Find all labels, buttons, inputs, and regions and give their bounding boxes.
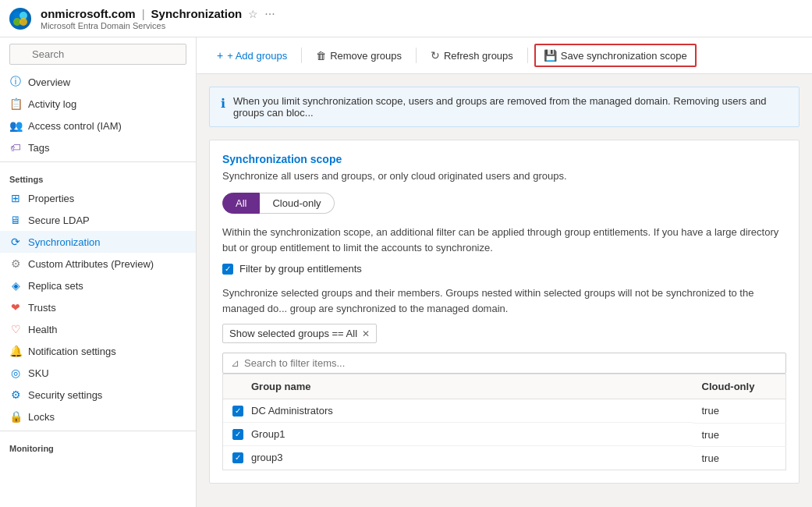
search-input[interactable]	[9, 44, 186, 65]
group-name-cell: ✓ group3	[223, 446, 693, 469]
properties-icon: ⊞	[9, 192, 22, 204]
refresh-groups-label: Refresh groups	[444, 50, 513, 62]
sidebar-label-access-control: Access control (IAM)	[28, 120, 122, 132]
topbar: onmicrosoft.com | Synchronization ☆ ··· …	[0, 0, 812, 37]
app-subtitle: Microsoft Entra Domain Services	[41, 21, 275, 30]
col-group-name: Group name	[223, 374, 693, 399]
sidebar-item-security-settings[interactable]: ⚙ Security settings	[0, 384, 196, 406]
groups-search-bar: ⊿	[222, 353, 786, 374]
sidebar-label-sku: SKU	[28, 367, 49, 379]
group-name-cell: ✓ Group1	[223, 423, 693, 446]
sidebar-sep-2	[0, 431, 196, 431]
refresh-groups-button[interactable]: ↻ Refresh groups	[423, 45, 521, 66]
table-row: ✓ DC Administrators true	[223, 399, 786, 424]
remove-groups-button[interactable]: 🗑 Remove groups	[308, 46, 410, 66]
star-icon[interactable]: ☆	[248, 8, 258, 20]
add-groups-label: + Add groups	[227, 50, 287, 62]
action-bar-sep-3	[527, 48, 528, 63]
sidebar-label-activity-log: Activity log	[28, 98, 76, 110]
filter-checkbox-label: Filter by group entitlements	[239, 263, 362, 275]
sidebar-label-properties: Properties	[28, 193, 74, 204]
info-banner-icon: ℹ	[221, 96, 225, 111]
sidebar-item-access-control[interactable]: 👥 Access control (IAM)	[0, 115, 196, 136]
save-scope-label: Save synchronization scope	[561, 50, 687, 62]
filter-checkbox[interactable]: ✓	[222, 264, 233, 275]
scope-toggle-group: All Cloud-only	[222, 193, 786, 214]
toggle-cloud-only[interactable]: Cloud-only	[260, 193, 334, 214]
notification-icon: 🔔	[9, 345, 22, 357]
synchronization-icon: ⟳	[9, 236, 22, 248]
group-name: group3	[251, 452, 282, 463]
locks-icon: 🔒	[9, 410, 22, 423]
sidebar-item-sku[interactable]: ◎ SKU	[0, 362, 196, 384]
row-checkbox[interactable]: ✓	[232, 452, 243, 463]
info-banner: ℹ When you limit synchronization scope, …	[209, 87, 800, 127]
custom-attributes-icon: ⚙	[9, 257, 22, 270]
sidebar-item-replica-sets[interactable]: ◈ Replica sets	[0, 275, 196, 296]
sidebar-label-custom-attributes: Custom Attributes (Preview)	[28, 258, 154, 270]
groups-search-input[interactable]	[244, 357, 778, 369]
toggle-all[interactable]: All	[222, 193, 260, 214]
sidebar-item-tags[interactable]: 🏷 Tags	[0, 136, 196, 158]
row-checkbox[interactable]: ✓	[232, 406, 243, 417]
sync-scope-desc: Synchronize all users and groups, or onl…	[222, 170, 786, 182]
refresh-icon: ↻	[431, 49, 440, 62]
group-name: DC Administrators	[251, 405, 333, 417]
row-checkbox[interactable]: ✓	[232, 429, 243, 440]
access-control-icon: 👥	[9, 119, 22, 132]
sidebar-item-custom-attributes[interactable]: ⚙ Custom Attributes (Preview)	[0, 253, 196, 275]
sidebar-label-notification-settings: Notification settings	[28, 346, 116, 357]
remove-groups-label: Remove groups	[330, 50, 402, 62]
security-icon: ⚙	[9, 388, 22, 401]
sidebar-label-secure-ldap: Secure LDAP	[28, 214, 90, 226]
overview-icon: ⓘ	[9, 76, 22, 88]
sidebar: 🔍 ⓘ Overview 📋 Activity log 👥 Access con…	[0, 37, 197, 507]
toggle-all-label: All	[236, 197, 246, 209]
more-icon[interactable]: ···	[264, 7, 275, 21]
sidebar-item-activity-log[interactable]: 📋 Activity log	[0, 93, 196, 115]
sidebar-label-tags: Tags	[28, 142, 49, 154]
content-area: ℹ When you limit synchronization scope, …	[197, 74, 812, 507]
sidebar-item-synchronization[interactable]: ⟳ Synchronization	[0, 231, 196, 253]
remove-icon: 🗑	[316, 50, 326, 62]
sidebar-label-health: Health	[28, 324, 58, 335]
filter-description: Within the synchronization scope, an add…	[222, 225, 786, 255]
filter-tag-text: Show selected groups == All	[229, 328, 357, 339]
sidebar-item-properties[interactable]: ⊞ Properties	[0, 187, 196, 209]
sidebar-label-locks: Locks	[28, 411, 55, 423]
sidebar-item-trusts[interactable]: ❤ Trusts	[0, 296, 196, 318]
action-bar: + + Add groups 🗑 Remove groups ↻ Refresh…	[197, 37, 812, 74]
filter-checkbox-row: ✓ Filter by group entitlements	[222, 263, 786, 275]
trusts-icon: ❤	[9, 301, 22, 314]
cloud-only-cell: true	[693, 446, 786, 470]
health-icon: ♡	[9, 323, 22, 335]
sidebar-label-replica-sets: Replica sets	[28, 280, 83, 292]
sidebar-item-secure-ldap[interactable]: 🖥 Secure LDAP	[0, 209, 196, 231]
add-groups-button[interactable]: + + Add groups	[209, 45, 295, 66]
add-icon: +	[217, 49, 223, 62]
save-sync-scope-button[interactable]: 💾 Save synchronization scope	[534, 44, 697, 67]
groups-table: Group name Cloud-only ✓ DC Administrator…	[222, 374, 786, 470]
sidebar-label-synchronization: Synchronization	[28, 236, 101, 248]
sidebar-item-locks[interactable]: 🔒 Locks	[0, 406, 196, 427]
filter-tag-close[interactable]: ✕	[362, 328, 370, 339]
sync-scope-title: Synchronization scope	[222, 153, 786, 165]
sidebar-item-notification-settings[interactable]: 🔔 Notification settings	[0, 340, 196, 362]
info-banner-text: When you limit synchronization scope, us…	[233, 95, 788, 119]
sidebar-item-health[interactable]: ♡ Health	[0, 318, 196, 340]
groups-description: Synchronize selected groups and their me…	[222, 285, 786, 316]
secure-ldap-icon: 🖥	[9, 214, 22, 226]
group-name: Group1	[251, 428, 285, 440]
svg-point-3	[20, 18, 27, 26]
action-bar-sep-1	[301, 48, 302, 63]
cloud-only-cell: true	[693, 399, 786, 424]
filter-tag: Show selected groups == All ✕	[222, 324, 377, 343]
cloud-only-cell: true	[693, 423, 786, 446]
table-row: ✓ group3 true	[223, 446, 786, 470]
sidebar-label-trusts: Trusts	[28, 302, 56, 314]
page-title: Synchronization	[151, 7, 243, 20]
sidebar-item-overview[interactable]: ⓘ Overview	[0, 71, 196, 93]
action-bar-sep-2	[416, 48, 417, 63]
sidebar-label-overview: Overview	[28, 76, 70, 88]
save-icon: 💾	[544, 49, 557, 62]
